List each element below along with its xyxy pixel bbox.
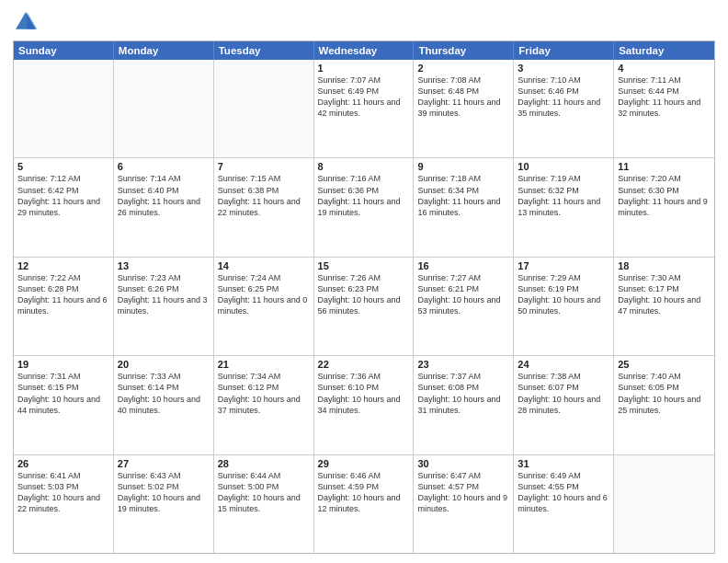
day-number: 19 [17,359,109,370]
header-cell-sunday: Sunday [14,41,114,60]
day-number: 6 [118,161,210,172]
day-number: 4 [618,63,711,74]
calendar-cell: 5Sunrise: 7:12 AMSunset: 6:42 PMDaylight… [14,158,114,256]
logo [13,9,40,35]
cell-content: Sunrise: 7:20 AMSunset: 6:30 PMDaylight:… [618,173,711,218]
cell-content: Sunrise: 7:22 AMSunset: 6:28 PMDaylight:… [17,272,109,317]
calendar-cell: 23Sunrise: 7:37 AMSunset: 6:08 PMDayligh… [414,356,514,454]
cell-content: Sunrise: 7:12 AMSunset: 6:42 PMDaylight:… [17,173,109,218]
day-number: 20 [118,359,210,370]
calendar-cell: 16Sunrise: 7:27 AMSunset: 6:21 PMDayligh… [414,258,514,355]
cell-content: Sunrise: 7:34 AMSunset: 6:12 PMDaylight:… [218,371,310,416]
day-number: 1 [318,63,410,74]
calendar-week-5: 26Sunrise: 6:41 AMSunset: 5:03 PMDayligh… [14,454,714,553]
calendar-cell: 15Sunrise: 7:26 AMSunset: 6:23 PMDayligh… [314,258,415,355]
day-number: 12 [17,260,109,271]
day-number: 31 [518,458,609,469]
header-cell-saturday: Saturday [614,41,714,60]
calendar-week-2: 5Sunrise: 7:12 AMSunset: 6:42 PMDaylight… [14,157,714,256]
cell-content: Sunrise: 6:46 AMSunset: 4:59 PMDaylight:… [318,470,410,515]
day-number: 26 [17,458,109,469]
calendar-cell: 10Sunrise: 7:19 AMSunset: 6:32 PMDayligh… [514,158,614,256]
calendar-cell [214,60,314,157]
day-number: 24 [518,359,609,370]
cell-content: Sunrise: 7:36 AMSunset: 6:10 PMDaylight:… [318,371,410,416]
day-number: 5 [17,161,109,172]
cell-content: Sunrise: 7:30 AMSunset: 6:17 PMDaylight:… [618,272,711,317]
calendar-cell: 20Sunrise: 7:33 AMSunset: 6:14 PMDayligh… [114,356,214,454]
cell-content: Sunrise: 7:10 AMSunset: 6:46 PMDaylight:… [518,75,609,120]
header-cell-thursday: Thursday [414,41,514,60]
day-number: 13 [118,260,210,271]
cell-content: Sunrise: 7:14 AMSunset: 6:40 PMDaylight:… [118,173,210,218]
header-cell-wednesday: Wednesday [314,41,415,60]
calendar-cell: 29Sunrise: 6:46 AMSunset: 4:59 PMDayligh… [314,455,415,553]
calendar-week-4: 19Sunrise: 7:31 AMSunset: 6:15 PMDayligh… [14,355,714,454]
cell-content: Sunrise: 7:37 AMSunset: 6:08 PMDaylight:… [417,371,509,416]
calendar-cell: 12Sunrise: 7:22 AMSunset: 6:28 PMDayligh… [14,258,114,355]
calendar-cell: 17Sunrise: 7:29 AMSunset: 6:19 PMDayligh… [514,258,614,355]
cell-content: Sunrise: 7:40 AMSunset: 6:05 PMDaylight:… [618,371,711,416]
calendar-cell: 11Sunrise: 7:20 AMSunset: 6:30 PMDayligh… [614,158,714,256]
calendar-cell: 19Sunrise: 7:31 AMSunset: 6:15 PMDayligh… [14,356,114,454]
day-number: 10 [518,161,609,172]
calendar-week-1: 1Sunrise: 7:07 AMSunset: 6:49 PMDaylight… [14,60,714,157]
day-number: 8 [318,161,410,172]
calendar-cell: 7Sunrise: 7:15 AMSunset: 6:38 PMDaylight… [214,158,314,256]
day-number: 22 [318,359,410,370]
day-number: 3 [518,63,609,74]
calendar-cell: 2Sunrise: 7:08 AMSunset: 6:48 PMDaylight… [414,60,514,157]
day-number: 14 [218,260,310,271]
calendar-cell: 14Sunrise: 7:24 AMSunset: 6:25 PMDayligh… [214,258,314,355]
calendar-cell: 3Sunrise: 7:10 AMSunset: 6:46 PMDaylight… [514,60,614,157]
svg-marker-2 [28,12,38,29]
page-header [13,9,715,35]
cell-content: Sunrise: 6:49 AMSunset: 4:55 PMDaylight:… [518,470,609,515]
cell-content: Sunrise: 7:38 AMSunset: 6:07 PMDaylight:… [518,371,609,416]
header-cell-friday: Friday [514,41,614,60]
cell-content: Sunrise: 7:15 AMSunset: 6:38 PMDaylight:… [218,173,310,218]
cell-content: Sunrise: 7:23 AMSunset: 6:26 PMDaylight:… [118,272,210,317]
cell-content: Sunrise: 7:11 AMSunset: 6:44 PMDaylight:… [618,75,711,120]
calendar-cell: 27Sunrise: 6:43 AMSunset: 5:02 PMDayligh… [114,455,214,553]
cell-content: Sunrise: 7:18 AMSunset: 6:34 PMDaylight:… [417,173,509,218]
cell-content: Sunrise: 6:41 AMSunset: 5:03 PMDaylight:… [17,470,109,515]
cell-content: Sunrise: 7:26 AMSunset: 6:23 PMDaylight:… [318,272,410,317]
calendar-cell [614,455,714,553]
calendar-cell: 4Sunrise: 7:11 AMSunset: 6:44 PMDaylight… [614,60,714,157]
cell-content: Sunrise: 7:31 AMSunset: 6:15 PMDaylight:… [17,371,109,416]
calendar: SundayMondayTuesdayWednesdayThursdayFrid… [13,40,715,554]
day-number: 16 [417,260,509,271]
calendar-cell [114,60,214,157]
header-cell-tuesday: Tuesday [214,41,314,60]
calendar-cell: 21Sunrise: 7:34 AMSunset: 6:12 PMDayligh… [214,356,314,454]
calendar-cell: 22Sunrise: 7:36 AMSunset: 6:10 PMDayligh… [314,356,415,454]
cell-content: Sunrise: 7:29 AMSunset: 6:19 PMDaylight:… [518,272,609,317]
calendar-cell: 26Sunrise: 6:41 AMSunset: 5:03 PMDayligh… [14,455,114,553]
day-number: 29 [318,458,410,469]
day-number: 25 [618,359,711,370]
day-number: 17 [518,260,609,271]
cell-content: Sunrise: 7:19 AMSunset: 6:32 PMDaylight:… [518,173,609,218]
calendar-cell: 30Sunrise: 6:47 AMSunset: 4:57 PMDayligh… [414,455,514,553]
calendar-cell: 1Sunrise: 7:07 AMSunset: 6:49 PMDaylight… [314,60,415,157]
day-number: 30 [417,458,509,469]
day-number: 21 [218,359,310,370]
day-number: 23 [417,359,509,370]
calendar-header: SundayMondayTuesdayWednesdayThursdayFrid… [14,41,714,60]
calendar-body: 1Sunrise: 7:07 AMSunset: 6:49 PMDaylight… [14,60,714,553]
calendar-cell: 18Sunrise: 7:30 AMSunset: 6:17 PMDayligh… [614,258,714,355]
day-number: 7 [218,161,310,172]
cell-content: Sunrise: 7:33 AMSunset: 6:14 PMDaylight:… [118,371,210,416]
cell-content: Sunrise: 6:43 AMSunset: 5:02 PMDaylight:… [118,470,210,515]
day-number: 15 [318,260,410,271]
cell-content: Sunrise: 6:47 AMSunset: 4:57 PMDaylight:… [417,470,509,515]
day-number: 27 [118,458,210,469]
header-cell-monday: Monday [114,41,214,60]
cell-content: Sunrise: 7:16 AMSunset: 6:36 PMDaylight:… [318,173,410,218]
cell-content: Sunrise: 7:24 AMSunset: 6:25 PMDaylight:… [218,272,310,317]
calendar-cell: 13Sunrise: 7:23 AMSunset: 6:26 PMDayligh… [114,258,214,355]
day-number: 18 [618,260,711,271]
calendar-cell: 9Sunrise: 7:18 AMSunset: 6:34 PMDaylight… [414,158,514,256]
cell-content: Sunrise: 7:27 AMSunset: 6:21 PMDaylight:… [417,272,509,317]
